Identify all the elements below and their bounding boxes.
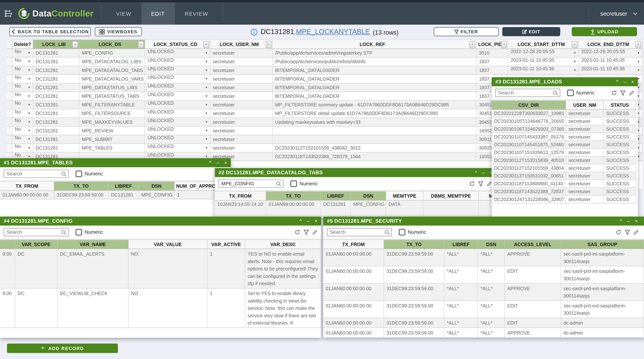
column-header-delete-[interactable]: Delete? — [12, 40, 33, 49]
cell[interactable] — [273, 127, 476, 135]
cell[interactable] — [7, 144, 12, 152]
column-header-tx-to[interactable]: TX_TO — [266, 191, 321, 201]
column-header-libref[interactable]: LIBREF — [444, 239, 478, 249]
cell[interactable]: *ALL* — [444, 283, 478, 301]
cell[interactable]: NO — [128, 249, 208, 288]
cell[interactable]: DC131281 — [108, 191, 139, 199]
cell[interactable]: Set to YES to enable library validity ch… — [245, 288, 321, 328]
column-header-dbms-memtype[interactable]: DBMS_MEMTYPE — [424, 191, 479, 201]
column-filter-icon[interactable]: ▼ — [266, 41, 271, 48]
column-header-lock-lib[interactable]: LOCK_LIB▼ — [33, 40, 80, 49]
cell[interactable]: secretuser — [566, 196, 604, 203]
cell[interactable]: secretuser — [210, 127, 272, 135]
funnel-icon[interactable] — [625, 229, 630, 235]
cell[interactable]: 01JAN60:00:00:00.00 — [323, 283, 384, 301]
cell[interactable] — [7, 49, 12, 58]
cell[interactable]: DC20230118T143522388_728379_1564 — [273, 152, 476, 161]
cell[interactable]: ▼2023-01-11 10:45:35 — [579, 58, 642, 66]
cell[interactable]: secretuser — [210, 58, 272, 66]
cell[interactable]: secretuser — [566, 118, 604, 126]
column-header-sas-group[interactable]: SAS_GROUP — [561, 239, 644, 249]
cell[interactable]: DC_VIEWLIB_CHECK — [58, 288, 128, 328]
cell[interactable]: 31DEC99:23:59:59.00 — [384, 318, 444, 328]
cell[interactable]: EDIT — [505, 266, 561, 283]
column-header-lock-ref[interactable]: LOCK_REF▼ — [273, 40, 476, 49]
cell[interactable]: 31DEC99:23:59:59.00 — [384, 249, 444, 266]
column-header-var-scope[interactable]: VAR_SCOPE — [15, 239, 57, 249]
column-header-blank[interactable] — [7, 40, 12, 49]
cell[interactable]: ▼No — [12, 75, 33, 83]
cell[interactable]: DC — [15, 288, 57, 328]
search-input[interactable] — [4, 228, 68, 236]
cell[interactable]: 10JAN23:14:55:14.10 — [215, 200, 266, 216]
cell[interactable]: DC131281 — [321, 200, 350, 216]
column-header-access-level[interactable]: ACCESS_LEVEL — [505, 239, 561, 249]
pencil-icon[interactable] — [633, 229, 639, 235]
numeric-checkbox[interactable] — [76, 171, 82, 177]
cell[interactable]: MPE_REVIEW — [80, 127, 145, 135]
info-icon[interactable] — [250, 29, 257, 36]
cell[interactable]: MPE_CONFIG — [351, 200, 386, 216]
cell[interactable]: secretuser — [566, 164, 604, 172]
column-header-num-of-appro[interactable]: NUM_OF_APPRO — [174, 181, 218, 191]
tree-menu-icon[interactable] — [3, 8, 14, 19]
cell[interactable]: APPROVE — [505, 328, 561, 338]
column-header-var-desc[interactable]: VAR_DESC — [245, 239, 321, 249]
cell[interactable]: ▼UNLOCKED — [145, 101, 210, 109]
cell[interactable]: dc-admin — [561, 318, 644, 328]
minimize-icon[interactable]: – — [216, 158, 219, 167]
cell[interactable]: secretuser — [210, 118, 272, 127]
cell[interactable]: DATA — [386, 200, 424, 216]
cell[interactable]: secretuser — [566, 149, 604, 157]
column-header-user-nm[interactable]: USER_NM — [566, 100, 604, 110]
cell[interactable]: DC20230124T131228586_32807 — [492, 196, 566, 203]
viewbox-titlebar[interactable]: #5 DC131281.MPE_SECURITY ^–× — [323, 216, 644, 225]
cell[interactable]: ▼No — [12, 144, 33, 152]
cell[interactable] — [424, 200, 479, 216]
cell[interactable]: sec-sas9-prd-int-sasplatform-300114sasjs — [561, 266, 644, 283]
column-filter-icon[interactable]: ▼ — [72, 41, 78, 48]
cell[interactable]: secretuser — [566, 110, 604, 118]
cell[interactable]: secretuser — [566, 172, 604, 180]
cell[interactable]: MPE_DATACATALOG_LIBS — [80, 58, 145, 66]
column-header-lock-ds[interactable]: LOCK_DS▼ — [80, 40, 145, 49]
cell[interactable]: DC131281 — [33, 127, 80, 135]
cell[interactable]: MPE_DATACATALOG_VARS — [80, 75, 145, 83]
cell[interactable]: 01JAN60:00:00:00.00 — [323, 301, 384, 318]
close-icon[interactable]: × — [631, 77, 634, 86]
column-header-lock-user-nm[interactable]: LOCK_USER_NM▼ — [210, 40, 272, 49]
collapse-icon[interactable]: ^ — [620, 216, 622, 225]
cell[interactable]: secretuser — [566, 157, 604, 164]
cell[interactable]: MPE_TABLES — [80, 144, 145, 152]
column-header-csv-dir[interactable]: CSV_DIR — [492, 100, 566, 110]
cell[interactable]: ▼No — [12, 83, 33, 92]
cell[interactable]: DC_EMAIL_ALERTS — [58, 249, 128, 288]
cell[interactable]: ▼No — [12, 118, 33, 127]
cell[interactable]: Updating maxkeyvalues with maxkey=33 — [273, 118, 476, 127]
cell[interactable]: DC131281 — [33, 118, 80, 127]
cell[interactable]: *ALL* — [478, 328, 505, 338]
column-header-var-value[interactable]: VAR_VALUE — [128, 239, 208, 249]
cell[interactable]: BITEMPORAL_DATALOADER — [273, 92, 476, 101]
column-header-tx-to[interactable]: TX_TO — [384, 239, 444, 249]
cell[interactable]: ▼UNLOCKED — [145, 49, 210, 58]
cell[interactable]: ▼UNLOCKED — [145, 118, 210, 127]
cell[interactable]: ▼UNLOCKED — [145, 58, 210, 66]
cell[interactable]: MPE_DATASTATUS_TABS — [80, 92, 145, 101]
cell[interactable]: 01JAN99:00:00:00.00 — [266, 200, 321, 216]
cell[interactable]: BITEMPORAL_DATALOADER — [273, 75, 476, 83]
column-header-var-name[interactable]: VAR_NAME — [58, 239, 128, 249]
cell[interactable]: /Public/app/dc/services/admin/registerke… — [273, 49, 476, 58]
cell[interactable]: ▼UNLOCKED — [145, 127, 210, 135]
cell[interactable]: ▼UNLOCKED — [145, 109, 210, 118]
cell[interactable]: *ALL* — [478, 318, 505, 328]
cell[interactable]: 01JAN60:00:00:00.00 — [323, 249, 384, 266]
cell[interactable] — [7, 58, 12, 66]
pencil-icon[interactable] — [312, 229, 318, 235]
cell[interactable]: SUCCESS — [604, 125, 636, 133]
column-filter-icon[interactable]: ▼ — [470, 41, 476, 48]
cell[interactable]: DC20230110T145433387_05174 — [492, 133, 566, 141]
cell[interactable]: 3510 — [476, 49, 508, 58]
refresh-icon[interactable] — [469, 181, 475, 187]
cell[interactable]: 1837 — [476, 58, 508, 66]
